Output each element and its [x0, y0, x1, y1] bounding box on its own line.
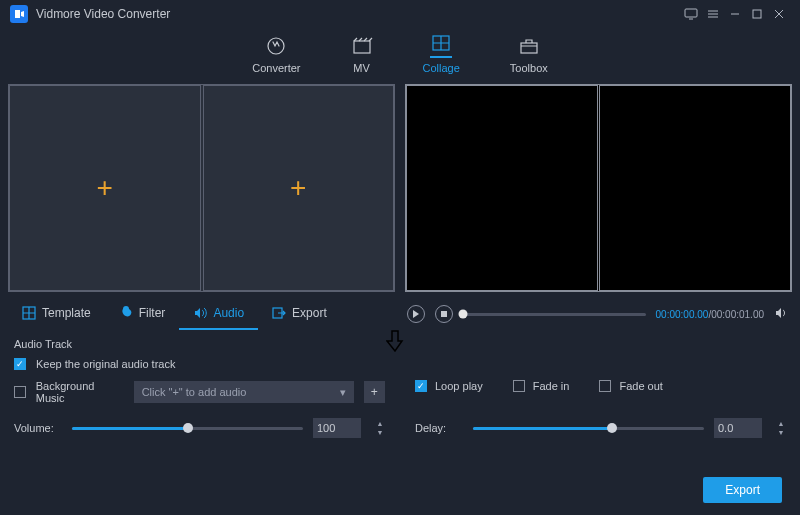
delay-up-button[interactable]: ▲: [776, 419, 786, 428]
add-icon: +: [97, 172, 113, 204]
play-button[interactable]: [407, 305, 425, 323]
volume-up-button[interactable]: ▲: [375, 419, 385, 428]
bg-music-checkbox[interactable]: [14, 386, 26, 398]
converter-icon: [265, 34, 287, 58]
app-title: Vidmore Video Converter: [36, 7, 170, 21]
svg-rect-5: [521, 43, 537, 53]
preview-cell-2: [599, 85, 791, 291]
stop-button[interactable]: [435, 305, 453, 323]
volume-spinbox[interactable]: 100: [313, 418, 361, 438]
subtab-filter-label: Filter: [139, 306, 166, 320]
subtab-template-label: Template: [42, 306, 91, 320]
chevron-down-icon: ▾: [340, 386, 346, 399]
toolbox-icon: [518, 34, 540, 58]
subtab-audio[interactable]: Audio: [179, 298, 258, 330]
volume-icon[interactable]: [774, 306, 790, 322]
top-nav: Converter MV Collage Toolbox: [0, 28, 800, 84]
delay-value: 0.0: [718, 422, 733, 434]
nav-converter[interactable]: Converter: [252, 34, 300, 74]
playback-controls: 00:00:00.00/00:00:01.00: [405, 298, 792, 330]
loop-checkbox[interactable]: [415, 380, 427, 392]
delay-slider[interactable]: [473, 427, 704, 430]
nav-converter-label: Converter: [252, 62, 300, 74]
fadein-checkbox[interactable]: [513, 380, 525, 392]
nav-mv-label: MV: [353, 62, 370, 74]
preview-cell-1: [406, 85, 598, 291]
preview-area: [405, 84, 792, 292]
volume-down-button[interactable]: ▼: [375, 428, 385, 437]
bg-music-label: Background Music: [36, 380, 124, 404]
bg-music-select[interactable]: Click "+" to add audio ▾: [134, 381, 354, 403]
fadeout-checkbox[interactable]: [599, 380, 611, 392]
loop-label: Loop play: [435, 380, 483, 392]
subtab-audio-label: Audio: [213, 306, 244, 320]
maximize-icon[interactable]: [746, 3, 768, 25]
bg-music-placeholder: Click "+" to add audio: [142, 386, 247, 398]
add-audio-button[interactable]: +: [364, 381, 385, 403]
volume-value: 100: [317, 422, 335, 434]
title-bar: Vidmore Video Converter: [0, 0, 800, 28]
subtab-export[interactable]: Export: [258, 298, 341, 330]
subtab-export-label: Export: [292, 306, 327, 320]
volume-slider[interactable]: [72, 427, 303, 430]
fadein-label: Fade in: [533, 380, 570, 392]
subtab-template[interactable]: Template: [8, 298, 105, 330]
playback-time: 00:00:00.00/00:00:01.00: [656, 309, 764, 320]
app-logo: [10, 5, 28, 23]
keep-original-label: Keep the original audio track: [36, 358, 175, 370]
collage-cell-2[interactable]: +: [203, 85, 395, 291]
nav-toolbox[interactable]: Toolbox: [510, 34, 548, 74]
menu-icon[interactable]: [702, 3, 724, 25]
svg-rect-8: [441, 311, 447, 317]
delay-label: Delay:: [415, 422, 463, 434]
close-icon[interactable]: [768, 3, 790, 25]
fadeout-label: Fade out: [619, 380, 662, 392]
filter-icon: [119, 306, 133, 320]
nav-mv[interactable]: MV: [351, 34, 373, 74]
add-icon: +: [290, 172, 306, 204]
subtab-filter[interactable]: Filter: [105, 298, 180, 330]
audio-icon: [193, 306, 207, 320]
collage-cell-1[interactable]: +: [9, 85, 201, 291]
nav-collage[interactable]: Collage: [423, 34, 460, 74]
collage-editor: + +: [8, 84, 395, 292]
export-icon: [272, 306, 286, 320]
nav-toolbox-label: Toolbox: [510, 62, 548, 74]
delay-spinbox[interactable]: 0.0: [714, 418, 762, 438]
arrow-annotation: [386, 330, 404, 352]
seek-slider[interactable]: [463, 313, 646, 316]
feedback-icon[interactable]: [680, 3, 702, 25]
svg-rect-1: [753, 10, 761, 18]
delay-down-button[interactable]: ▼: [776, 428, 786, 437]
sub-tabs: Template Filter Audio Export: [8, 298, 395, 330]
collage-icon: [430, 34, 452, 58]
volume-label: Volume:: [14, 422, 62, 434]
minimize-icon[interactable]: [724, 3, 746, 25]
svg-point-2: [268, 38, 284, 54]
keep-original-checkbox[interactable]: [14, 358, 26, 370]
svg-rect-3: [354, 41, 370, 53]
nav-collage-label: Collage: [423, 62, 460, 74]
export-button[interactable]: Export: [703, 477, 782, 503]
svg-rect-0: [685, 9, 697, 17]
mv-icon: [351, 34, 373, 58]
template-icon: [22, 306, 36, 320]
